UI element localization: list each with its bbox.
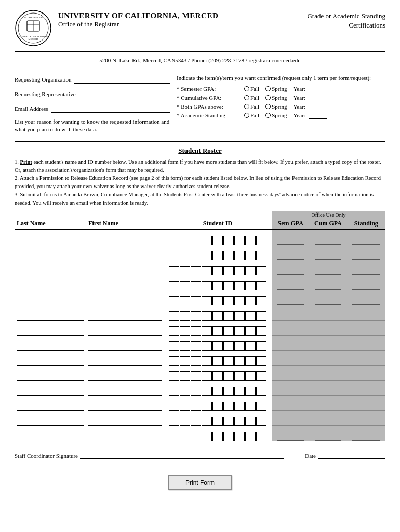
id-box[interactable] <box>245 296 256 305</box>
id-box[interactable] <box>202 281 212 290</box>
standing-spring[interactable]: Spring <box>265 112 287 118</box>
id-box[interactable] <box>202 266 212 275</box>
id-box[interactable] <box>223 281 234 290</box>
first-name-cell[interactable] <box>86 336 164 351</box>
id-box[interactable] <box>191 326 201 336</box>
id-box[interactable] <box>169 341 179 351</box>
id-box[interactable] <box>234 371 245 381</box>
id-box[interactable] <box>223 417 234 426</box>
id-box[interactable] <box>245 356 256 366</box>
student-id-cell[interactable] <box>164 381 272 396</box>
id-box[interactable] <box>180 326 190 336</box>
id-box[interactable] <box>202 356 212 366</box>
id-box[interactable] <box>212 402 223 411</box>
id-box[interactable] <box>202 417 212 426</box>
date-input[interactable] <box>318 449 385 459</box>
student-id-cell[interactable] <box>164 305 272 321</box>
id-box[interactable] <box>245 326 256 336</box>
id-box[interactable] <box>256 417 266 426</box>
student-id-cell[interactable] <box>164 245 272 260</box>
id-box[interactable] <box>223 266 234 275</box>
last-name-cell[interactable] <box>15 290 86 305</box>
id-box[interactable] <box>245 432 256 441</box>
id-box[interactable] <box>256 356 266 366</box>
year-input-4[interactable] <box>309 112 327 119</box>
id-box[interactable] <box>169 432 179 441</box>
id-box[interactable] <box>180 387 190 396</box>
id-box[interactable] <box>180 236 190 245</box>
id-box[interactable] <box>191 387 201 396</box>
last-name-cell[interactable] <box>15 275 86 290</box>
id-box[interactable] <box>234 251 245 260</box>
email-input[interactable] <box>51 103 170 113</box>
first-name-cell[interactable] <box>86 366 164 381</box>
id-box[interactable] <box>223 432 234 441</box>
id-box[interactable] <box>169 326 179 336</box>
student-id-cell[interactable] <box>164 260 272 275</box>
id-box[interactable] <box>245 251 256 260</box>
id-box[interactable] <box>223 326 234 336</box>
id-box[interactable] <box>169 311 179 321</box>
id-box[interactable] <box>180 402 190 411</box>
id-box[interactable] <box>202 296 212 305</box>
id-box[interactable] <box>191 371 201 381</box>
id-box[interactable] <box>223 236 234 245</box>
first-name-cell[interactable] <box>86 351 164 366</box>
id-box[interactable] <box>256 402 266 411</box>
id-box[interactable] <box>169 387 179 396</box>
student-id-cell[interactable] <box>164 411 272 426</box>
first-name-cell[interactable] <box>86 245 164 260</box>
id-box[interactable] <box>180 356 190 366</box>
id-box[interactable] <box>223 356 234 366</box>
id-box[interactable] <box>202 402 212 411</box>
id-box[interactable] <box>245 236 256 245</box>
id-box[interactable] <box>191 266 201 275</box>
id-box[interactable] <box>245 266 256 275</box>
last-name-cell[interactable] <box>15 305 86 321</box>
id-box[interactable] <box>169 417 179 426</box>
both-gpa-spring[interactable]: Spring <box>265 103 287 110</box>
student-id-cell[interactable] <box>164 336 272 351</box>
year-input-3[interactable] <box>309 103 327 110</box>
first-name-cell[interactable] <box>86 426 164 441</box>
id-box[interactable] <box>212 417 223 426</box>
id-box[interactable] <box>212 356 223 366</box>
both-gpa-fall[interactable]: Fall <box>244 103 259 110</box>
id-box[interactable] <box>256 311 266 321</box>
id-box[interactable] <box>212 326 223 336</box>
id-box[interactable] <box>245 311 256 321</box>
last-name-cell[interactable] <box>15 351 86 366</box>
print-form-button[interactable]: Print Form <box>168 475 232 490</box>
id-box[interactable] <box>245 387 256 396</box>
id-box[interactable] <box>212 371 223 381</box>
last-name-cell[interactable] <box>15 411 86 426</box>
first-name-cell[interactable] <box>86 411 164 426</box>
id-box[interactable] <box>223 296 234 305</box>
id-box[interactable] <box>169 402 179 411</box>
id-box[interactable] <box>202 251 212 260</box>
id-box[interactable] <box>180 296 190 305</box>
id-box[interactable] <box>256 296 266 305</box>
last-name-cell[interactable] <box>15 230 86 245</box>
id-box[interactable] <box>245 281 256 290</box>
id-box[interactable] <box>169 281 179 290</box>
signature-line[interactable] <box>80 449 284 459</box>
id-box[interactable] <box>191 402 201 411</box>
id-box[interactable] <box>212 281 223 290</box>
id-box[interactable] <box>256 281 266 290</box>
id-box[interactable] <box>234 266 245 275</box>
id-box[interactable] <box>169 371 179 381</box>
cumulative-gpa-fall[interactable]: Fall <box>244 95 259 101</box>
year-input-1[interactable] <box>309 85 327 92</box>
id-box[interactable] <box>212 251 223 260</box>
last-name-cell[interactable] <box>15 336 86 351</box>
id-box[interactable] <box>191 251 201 260</box>
semester-gpa-spring[interactable]: Spring <box>265 86 287 92</box>
id-box[interactable] <box>180 281 190 290</box>
id-box[interactable] <box>256 432 266 441</box>
last-name-cell[interactable] <box>15 245 86 260</box>
id-box[interactable] <box>202 236 212 245</box>
id-box[interactable] <box>169 266 179 275</box>
id-box[interactable] <box>234 341 245 351</box>
id-box[interactable] <box>191 236 201 245</box>
